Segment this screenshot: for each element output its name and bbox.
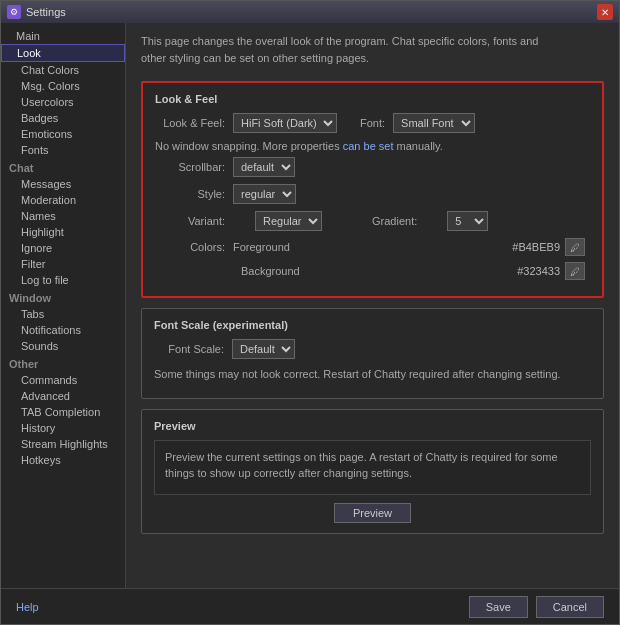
gradient-select[interactable]: 5 1234 678910 [447, 211, 488, 231]
sidebar-badges[interactable]: Badges [1, 110, 125, 126]
preview-text: Preview the current settings on this pag… [165, 449, 580, 482]
colors-row: Colors: Foreground #B4BEB9 🖊 [155, 238, 590, 256]
look-feel-row: Look & Feel: HiFi Soft (Dark) Default Li… [155, 113, 590, 133]
sidebar-ignore[interactable]: Ignore [1, 240, 125, 256]
main-content: MainLookChat ColorsMsg. ColorsUsercolors… [1, 23, 619, 588]
preview-title: Preview [154, 420, 591, 432]
sidebar-history[interactable]: History [1, 420, 125, 436]
sidebar-hotkeys[interactable]: Hotkeys [1, 452, 125, 468]
sidebar-moderation[interactable]: Moderation [1, 192, 125, 208]
sidebar-tab-completion[interactable]: TAB Completion [1, 404, 125, 420]
look-feel-select[interactable]: HiFi Soft (Dark) Default Light [233, 113, 337, 133]
font-scale-title: Font Scale (experimental) [154, 319, 591, 331]
sidebar-messages[interactable]: Messages [1, 176, 125, 192]
sidebar-stream-highlights[interactable]: Stream Highlights [1, 436, 125, 452]
style-label: Style: [155, 188, 225, 200]
sidebar-commands[interactable]: Commands [1, 372, 125, 388]
gradient-label: Gradient: [372, 215, 417, 227]
background-label: Background [241, 265, 517, 277]
sidebar-log-to-file[interactable]: Log to file [1, 272, 125, 288]
sidebar-msg-colors[interactable]: Msg. Colors [1, 78, 125, 94]
variant-select[interactable]: Regular Bold Italic [255, 211, 322, 231]
foreground-hex: #B4BEB9 [512, 241, 560, 253]
sidebar-notifications[interactable]: Notifications [1, 322, 125, 338]
preview-button-row: Preview [154, 503, 591, 523]
title-bar-left: ⚙ Settings [7, 5, 66, 19]
no-snap-row: No window snapping. More properties can … [155, 140, 590, 152]
group-window: Window [1, 288, 125, 306]
sidebar-usercolors[interactable]: Usercolors [1, 94, 125, 110]
sidebar: MainLookChat ColorsMsg. ColorsUsercolors… [1, 23, 126, 588]
sidebar-fonts[interactable]: Fonts [1, 142, 125, 158]
cancel-button[interactable]: Cancel [536, 596, 604, 618]
background-color-group: #323433 🖊 [517, 262, 585, 280]
sidebar-names[interactable]: Names [1, 208, 125, 224]
sidebar-filter[interactable]: Filter [1, 256, 125, 272]
page-description: This page changes the overall look of th… [141, 33, 604, 66]
background-picker-button[interactable]: 🖊 [565, 262, 585, 280]
variant-label: Variant: [155, 215, 225, 227]
settings-window: ⚙ Settings ✕ MainLookChat ColorsMsg. Col… [0, 0, 620, 625]
look-feel-title: Look & Feel [155, 93, 590, 105]
font-scale-row: Font Scale: Default Small Large [154, 339, 591, 359]
colors-label: Colors: [155, 241, 225, 253]
save-button[interactable]: Save [469, 596, 528, 618]
footer: Help Save Cancel [1, 588, 619, 624]
sidebar-main[interactable]: Main [1, 28, 125, 44]
sidebar-chat-colors[interactable]: Chat Colors [1, 62, 125, 78]
font-scale-label: Font Scale: [154, 343, 224, 355]
font-scale-select[interactable]: Default Small Large [232, 339, 295, 359]
group-other: Other [1, 354, 125, 372]
foreground-color-group: #B4BEB9 🖊 [512, 238, 585, 256]
sidebar-highlight[interactable]: Highlight [1, 224, 125, 240]
preview-button[interactable]: Preview [334, 503, 411, 523]
content-area: This page changes the overall look of th… [126, 23, 619, 588]
background-color-row: Background #323433 🖊 [155, 262, 590, 280]
window-title: Settings [26, 6, 66, 18]
preview-inner-box: Preview the current settings on this pag… [154, 440, 591, 495]
scrollbar-row: Scrollbar: default thin none [155, 157, 590, 177]
look-feel-label: Look & Feel: [155, 117, 225, 129]
variant-gradient-row: Variant: Regular Bold Italic Gradient: 5… [155, 211, 590, 231]
app-icon: ⚙ [7, 5, 21, 19]
font-label: Font: [360, 117, 385, 129]
scrollbar-label: Scrollbar: [155, 161, 225, 173]
style-row: Style: regular bold italic [155, 184, 590, 204]
help-link[interactable]: Help [16, 601, 39, 613]
font-scale-section: Font Scale (experimental) Font Scale: De… [141, 308, 604, 399]
sidebar-tabs[interactable]: Tabs [1, 306, 125, 322]
close-button[interactable]: ✕ [597, 4, 613, 20]
style-select[interactable]: regular bold italic [233, 184, 296, 204]
foreground-label: Foreground [233, 241, 512, 253]
sidebar-sounds[interactable]: Sounds [1, 338, 125, 354]
group-chat: Chat [1, 158, 125, 176]
scrollbar-select[interactable]: default thin none [233, 157, 295, 177]
can-be-set-link[interactable]: can be set [343, 140, 394, 152]
preview-section: Preview Preview the current settings on … [141, 409, 604, 534]
look-feel-section: Look & Feel Look & Feel: HiFi Soft (Dark… [141, 81, 604, 298]
font-select[interactable]: Small Font Default Large Font [393, 113, 475, 133]
sidebar-emoticons[interactable]: Emoticons [1, 126, 125, 142]
font-scale-note: Some things may not look correct. Restar… [154, 366, 591, 383]
title-bar: ⚙ Settings ✕ [1, 1, 619, 23]
foreground-picker-button[interactable]: 🖊 [565, 238, 585, 256]
sidebar-advanced[interactable]: Advanced [1, 388, 125, 404]
footer-buttons: Save Cancel [469, 596, 604, 618]
sidebar-look[interactable]: Look [1, 44, 125, 62]
background-hex: #323433 [517, 265, 560, 277]
